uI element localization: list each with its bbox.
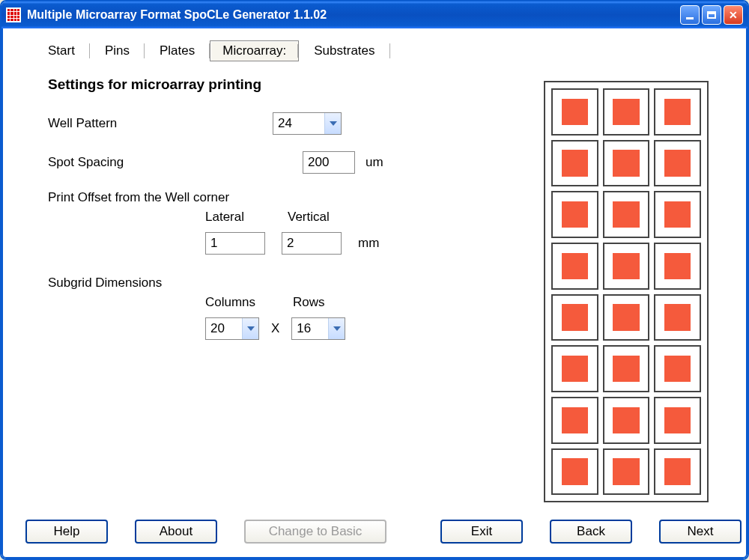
spot-icon [664,253,691,279]
spot-spacing-input[interactable] [303,151,355,174]
well-pattern-value[interactable] [273,113,324,134]
preview-column [521,76,716,512]
back-button[interactable]: Back [550,520,632,544]
window-buttons: ✕ [680,5,743,25]
well-cell [603,294,650,341]
spot-icon [562,304,588,330]
well-cell [654,345,701,392]
spot-icon [613,304,639,330]
minimize-button[interactable] [680,5,700,25]
spot-icon [613,201,639,228]
well-cell [551,243,598,290]
well-pattern-row: Well Pattern [48,112,521,135]
well-cell [603,140,650,187]
well-pattern-select[interactable] [273,112,342,135]
spot-icon [562,253,588,279]
lateral-label: Lateral [205,210,244,225]
tab-substrates[interactable]: Substrates [299,40,389,61]
section-title: Settings for microarray printing [48,76,521,93]
subgrid-inputs: X [48,317,521,340]
well-cell [654,243,701,290]
lateral-input[interactable] [205,232,265,255]
well-cell [551,294,598,341]
minimize-icon [686,17,694,19]
spot-icon [613,356,639,382]
tab-pins[interactable]: Pins [90,40,145,61]
spot-icon [613,458,639,484]
well-cell [654,140,701,187]
window-title: Multiple Microarray Format SpoCLe Genera… [27,8,680,22]
spot-icon [613,99,639,125]
subgrid-heading: Subgrid Dimensions [48,276,521,290]
spot-spacing-row: Spot Spacing um [48,151,521,174]
spot-icon [562,201,588,228]
footer-buttons: Help About Change to Basic Exit Back Nex… [18,512,731,547]
form-column: Settings for microarray printing Well Pa… [48,76,521,512]
maximize-icon [707,11,716,19]
spot-icon [613,407,639,433]
rows-value[interactable] [292,318,328,339]
subgrid-sublabels: Columns Rows [48,295,521,310]
well-pattern-label: Well Pattern [48,116,273,131]
help-button[interactable]: Help [25,520,108,544]
chevron-down-icon[interactable] [324,113,341,134]
spot-icon [562,99,588,125]
well-cell [603,397,650,444]
well-cell [603,345,650,392]
columns-select[interactable] [205,317,259,340]
tab-start[interactable]: Start [33,40,90,61]
well-cell [551,397,598,444]
spot-icon [664,201,691,228]
well-cell [654,448,701,496]
offset-unit: mm [358,236,379,251]
subgrid-separator: X [271,321,279,336]
app-icon [6,7,21,22]
chevron-down-icon[interactable] [328,318,345,339]
spot-icon [613,150,639,176]
well-cell [654,294,701,341]
next-button[interactable]: Next [659,520,742,544]
offset-sublabels: Lateral Vertical [48,210,521,225]
well-cell [603,191,650,238]
well-cell [603,448,650,496]
well-cell [654,397,701,444]
well-cell [654,88,701,136]
spot-spacing-label: Spot Spacing [48,155,273,170]
client-area: Start Pins Plates Microarray: Substrates… [1,28,748,559]
spot-icon [664,304,691,330]
offset-heading: Print Offset from the Well corner [48,190,521,205]
spot-icon [664,99,691,125]
vertical-input[interactable] [282,232,342,255]
well-cell [551,345,598,392]
spot-icon [664,356,691,382]
content-area: Settings for microarray printing Well Pa… [18,69,731,512]
maximize-button[interactable] [702,5,721,25]
rows-select[interactable] [291,317,345,340]
well-cell [551,140,598,187]
spot-spacing-unit: um [366,155,383,170]
spot-icon [664,407,691,433]
tab-bar: Start Pins Plates Microarray: Substrates [18,36,731,69]
well-cell [603,243,650,290]
well-cell [551,88,598,136]
exit-button[interactable]: Exit [440,520,523,544]
spot-icon [664,150,691,176]
spot-icon [562,356,588,382]
spot-icon [562,458,588,484]
well-cell [603,88,650,136]
close-button[interactable]: ✕ [724,5,743,25]
change-to-basic-button: Change to Basic [244,520,386,544]
about-button[interactable]: About [135,520,217,544]
well-cell [654,191,701,238]
spot-icon [562,150,588,176]
rows-label: Rows [293,295,325,310]
spot-icon [613,253,639,279]
columns-value[interactable] [206,318,242,339]
tab-plates[interactable]: Plates [145,40,210,61]
well-grid-preview [544,81,709,502]
chevron-down-icon[interactable] [242,318,258,339]
vertical-label: Vertical [288,210,330,225]
tab-microarrays[interactable]: Microarray: [210,40,299,61]
well-cell [551,191,598,238]
close-icon: ✕ [729,9,738,21]
